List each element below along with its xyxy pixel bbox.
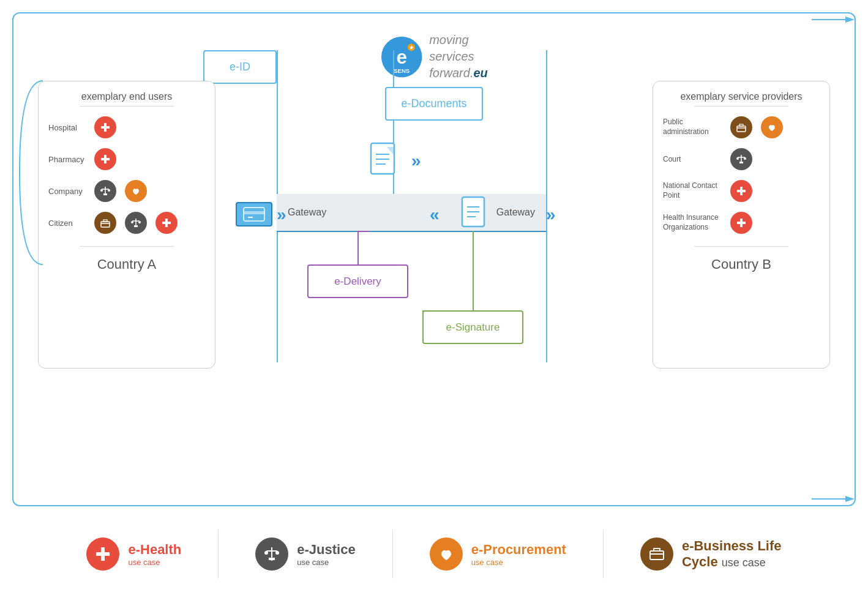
pharmacy-label: Pharmacy — [48, 155, 88, 164]
country-b-panel: exemplary service providers Public admin… — [653, 81, 830, 369]
legend-ebusiness: e-Business LifeCycle use case — [640, 537, 782, 571]
hospital-health-icon — [94, 116, 116, 138]
svg-rect-31 — [134, 225, 138, 227]
legend-sep-1 — [218, 530, 219, 579]
entity-company: Company — [48, 180, 205, 202]
svg-rect-56 — [269, 558, 275, 560]
e-delivery-label: e-Delivery — [334, 275, 381, 288]
ncp-health-icon — [730, 180, 752, 202]
svg-rect-23 — [103, 193, 107, 195]
legend-ebusiness-title: e-Business LifeCycle use case — [682, 538, 782, 570]
legend-ehealth-title: e-Health — [128, 542, 181, 558]
legend-ejustice-text: e-Justice use case — [297, 542, 355, 567]
entity-ncp: National Contact Point — [663, 180, 820, 202]
health-insurance-health-icon — [730, 212, 752, 234]
court-label: Court — [663, 155, 724, 163]
legend-eprocurement-icon — [430, 537, 463, 571]
legend-ejustice-subtitle: use case — [297, 558, 355, 567]
hline-e-delivery-top — [357, 231, 370, 232]
e-signature-box: e-Signature — [422, 310, 523, 344]
svg-point-43 — [744, 157, 746, 160]
country-a-panel: exemplary end users Hospital Pharmacy — [38, 81, 215, 369]
card-icon — [236, 202, 272, 227]
svg-text:SENS: SENS — [394, 67, 410, 74]
document-icon-gateway — [460, 196, 491, 234]
svg-rect-36 — [737, 126, 746, 132]
gateway-band: Gateway Gateway — [277, 194, 546, 231]
e-docs-box: e-Documents — [385, 87, 483, 121]
svg-rect-45 — [737, 190, 746, 192]
pharmacy-health-icon — [94, 148, 116, 170]
health-insurance-label: Health Insurance Organizations — [663, 213, 724, 232]
company-justice-icon — [94, 180, 116, 202]
svg-text:e: e — [396, 45, 407, 67]
svg-rect-38 — [739, 124, 743, 126]
svg-point-25 — [108, 189, 110, 192]
legend-ejustice-icon — [255, 537, 288, 571]
hospital-label: Hospital — [48, 123, 88, 132]
e-id-label: e-ID — [230, 61, 250, 73]
svg-rect-18 — [101, 126, 110, 129]
logo-area: e ★ SENS movingservicesforward.eu — [380, 32, 488, 81]
e-documents-label: e-Documents — [401, 97, 466, 110]
svg-rect-20 — [101, 158, 110, 160]
svg-rect-61 — [654, 549, 660, 551]
svg-point-24 — [100, 189, 103, 192]
svg-point-32 — [131, 221, 133, 223]
citizen-business-icon — [94, 212, 116, 234]
legend-eprocurement-subtitle: use case — [471, 558, 566, 567]
legend-ehealth-subtitle: use case — [128, 558, 181, 567]
vline-center-top — [393, 50, 394, 215]
entity-pharmacy: Pharmacy — [48, 148, 205, 170]
country-a-bottom-divider — [80, 246, 174, 247]
svg-rect-26 — [101, 222, 110, 227]
legend-area: e-Health use case e-Justice use case — [12, 517, 856, 591]
legend-ejustice: e-Justice use case — [255, 537, 355, 571]
svg-point-33 — [138, 221, 141, 223]
legend-ebusiness-text: e-Business LifeCycle use case — [682, 538, 782, 570]
gateway-right-label: Gateway — [496, 207, 535, 218]
svg-rect-11 — [244, 211, 264, 214]
document-icon-top — [369, 142, 402, 184]
country-b-divider — [694, 106, 788, 107]
chevron-doc-right — [411, 151, 421, 171]
citizen-justice-icon — [125, 212, 147, 234]
svg-marker-49 — [845, 17, 855, 23]
company-procurement-icon — [125, 180, 147, 202]
public-admin-procurement-icon — [761, 116, 783, 138]
legend-ebusiness-subtitle: use case — [722, 556, 766, 569]
court-justice-icon — [730, 148, 752, 170]
svg-rect-28 — [103, 220, 107, 222]
e-delivery-box: e-Delivery — [307, 264, 408, 298]
ncp-label: National Contact Point — [663, 181, 724, 200]
country-b-title: exemplary service providers — [663, 91, 820, 102]
legend-eprocurement-title: e-Procurement — [471, 542, 566, 558]
public-admin-label: Public administration — [663, 118, 724, 137]
hline-gateway-bottom — [277, 231, 546, 232]
company-label: Company — [48, 187, 88, 196]
vline-e-delivery — [357, 231, 359, 264]
svg-rect-35 — [162, 222, 171, 224]
country-a-divider — [80, 106, 174, 107]
citizen-health-icon — [155, 212, 178, 234]
svg-point-57 — [264, 551, 268, 555]
sens-logo-icon: e ★ SENS — [380, 36, 423, 78]
chevron-gateway-right-left — [430, 205, 440, 225]
chevron-gateway-left — [277, 205, 286, 225]
gateway-left-label: Gateway — [288, 207, 326, 218]
arrow-bottom-right-icon — [812, 493, 855, 505]
legend-eprocurement: e-Procurement use case — [430, 537, 566, 571]
entity-public-admin: Public administration — [663, 116, 820, 138]
legend-eprocurement-text: e-Procurement use case — [471, 542, 566, 567]
country-a-label: Country A — [48, 257, 205, 272]
country-a-title: exemplary end users — [48, 91, 205, 102]
legend-ehealth: e-Health use case — [86, 537, 181, 571]
legend-sep-2 — [392, 530, 393, 579]
legend-ejustice-title: e-Justice — [297, 542, 355, 558]
public-admin-business-icon — [730, 116, 752, 138]
e-signature-label: e-Signature — [446, 321, 500, 334]
svg-rect-41 — [739, 162, 743, 163]
entity-hospital: Hospital — [48, 116, 205, 138]
citizen-label: Citizen — [48, 219, 88, 228]
chevron-gateway-right-exit — [546, 205, 556, 225]
